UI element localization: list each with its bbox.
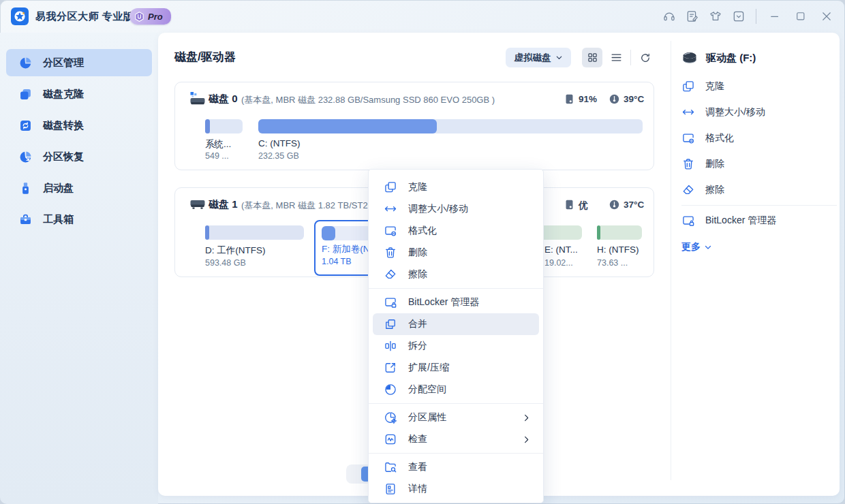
right-panel-header: 驱动盘 (F:) (681, 48, 837, 68)
minimize-button[interactable] (762, 5, 788, 28)
ssd-drive-icon (189, 91, 206, 106)
sidebar-item-label: 分区管理 (43, 57, 84, 69)
menu-item-resize-move[interactable]: 调整大小/移动 (373, 198, 539, 220)
menu-item-delete[interactable]: 删除 (373, 242, 539, 264)
theme-shirt-icon[interactable] (704, 5, 727, 28)
panel-divider (671, 41, 671, 480)
partition-context-menu: 克隆 调整大小/移动 格式化 删除 擦除 BitLocker 管理器 合并 (368, 169, 544, 503)
partition-bar-h[interactable] (597, 225, 642, 240)
action-format[interactable]: 格式化 (681, 125, 837, 151)
action-clone[interactable]: 克隆 (681, 74, 837, 99)
disk-health-value: 91% (579, 94, 597, 104)
partition-bar-d[interactable] (205, 225, 304, 240)
hdd-drive-icon (189, 199, 206, 211)
menu-divider (369, 403, 543, 404)
disk-health-icon (564, 199, 575, 210)
menu-item-clone[interactable]: 克隆 (373, 176, 539, 198)
bitlocker-icon (681, 214, 695, 227)
virtual-disk-dropdown[interactable]: 虚拟磁盘 (506, 48, 571, 67)
disk-info: (基本盘, MBR 磁盘 1.82 TB/ST200 (241, 200, 378, 212)
action-bitlocker[interactable]: BitLocker 管理器 (681, 208, 837, 234)
menu-item-split[interactable]: 拆分 (373, 335, 539, 357)
menu-item-details[interactable]: 详情 (373, 478, 539, 500)
partition-recovery-icon (18, 150, 33, 164)
disk-health-value: 优 (579, 200, 588, 212)
update-dropdown-icon[interactable] (727, 5, 750, 28)
right-action-panel: 驱动盘 (F:) 克隆 调整大小/移动 格式化 删除 擦除 BitLocker … (681, 48, 837, 254)
partition-bar-system[interactable] (205, 119, 243, 133)
menu-item-extend-shrink[interactable]: 扩展/压缩 (373, 357, 539, 379)
refresh-button[interactable] (636, 49, 654, 66)
action-delete[interactable]: 删除 (681, 151, 837, 177)
sidebar-item-label: 磁盘克隆 (43, 88, 84, 101)
delete-trash-icon (681, 157, 695, 171)
clone-icon (384, 180, 397, 194)
delete-trash-icon (384, 246, 397, 259)
action-resize-move[interactable]: 调整大小/移动 (681, 99, 837, 125)
maximize-button[interactable] (788, 5, 814, 28)
action-erase[interactable]: 擦除 (681, 177, 837, 203)
partition-size: 593.48 GB (205, 258, 246, 268)
sidebar-item-partition-recovery[interactable]: 分区恢复 (6, 143, 152, 170)
menu-item-format[interactable]: 格式化 (373, 220, 539, 242)
feedback-note-icon[interactable] (681, 5, 704, 28)
toolbar-divider (630, 50, 631, 65)
sidebar-item-disk-clone[interactable]: 磁盘克隆 (6, 80, 152, 108)
menu-item-bitlocker[interactable]: BitLocker 管理器 (373, 292, 539, 313)
titlebar-actions (658, 0, 845, 33)
grid-view-icon (587, 52, 598, 63)
refresh-icon (639, 52, 651, 64)
sidebar-item-label: 工具箱 (43, 213, 74, 226)
disk-clone-icon (18, 87, 33, 101)
chevron-down-icon (555, 54, 563, 61)
menu-item-allocate-space[interactable]: 分配空间 (373, 379, 539, 400)
pro-badge: Pro (129, 8, 171, 25)
right-panel-divider (681, 205, 837, 206)
partition-bar-c[interactable] (258, 119, 643, 133)
temperature-icon (609, 93, 620, 105)
disk-card-0[interactable]: 磁盘 0 (基本盘, MBR 磁盘 232.88 GB/Samsung SSD … (174, 82, 654, 170)
toolbox-icon (18, 212, 33, 227)
resize-move-icon (681, 106, 695, 119)
sidebar-item-partition-manager[interactable]: 分区管理 (6, 49, 152, 76)
support-headset-icon[interactable] (658, 5, 681, 28)
page-title: 磁盘/驱动器 (174, 49, 236, 65)
sidebar-item-label: 分区恢复 (43, 151, 84, 163)
menu-item-check[interactable]: 检查 (373, 428, 539, 450)
menu-item-merge[interactable]: 合并 (373, 313, 539, 335)
sidebar-item-toolbox[interactable]: 工具箱 (6, 206, 152, 233)
format-icon (384, 224, 397, 238)
sidebar-item-label: 磁盘转换 (43, 119, 84, 132)
disk-health-icon (564, 93, 575, 105)
sidebar-item-label: 启动盘 (43, 182, 74, 195)
partition-properties-icon (384, 411, 397, 424)
titlebar-divider (756, 9, 756, 24)
erase-icon (384, 268, 397, 281)
usb-boot-disk-icon (18, 181, 33, 195)
details-document-icon (384, 482, 397, 496)
pro-badge-label: Pro (148, 12, 163, 22)
sidebar-item-boot-disk[interactable]: 启动盘 (6, 174, 152, 202)
more-link[interactable]: 更多 (681, 240, 837, 254)
list-view-button[interactable] (606, 49, 626, 66)
drive-disk-icon (681, 50, 698, 65)
list-view-icon (610, 51, 623, 64)
disk-convert-icon (18, 119, 33, 133)
bitlocker-icon (384, 296, 397, 309)
app-logo-icon (11, 7, 29, 25)
grid-view-button[interactable] (582, 48, 602, 67)
clone-icon (681, 80, 695, 93)
left-sidebar: 分区管理 磁盘克隆 磁盘转换 分区恢复 (0, 33, 158, 504)
menu-item-erase[interactable]: 擦除 (373, 264, 539, 285)
partition-size: 73.63 ... (597, 258, 628, 268)
chevron-down-icon (704, 243, 712, 251)
app-title: 易我分区大师 专业版 (35, 10, 134, 23)
close-button[interactable] (814, 5, 840, 28)
app-window: 易我分区大师 专业版 Pro (0, 0, 845, 504)
format-icon (681, 131, 695, 145)
partition-label: H: (NTFS) (597, 245, 639, 255)
sidebar-item-disk-convert[interactable]: 磁盘转换 (6, 112, 152, 139)
submenu-arrow-icon (522, 413, 531, 422)
menu-item-view[interactable]: 查看 (373, 456, 539, 478)
menu-item-partition-properties[interactable]: 分区属性 (373, 407, 539, 428)
